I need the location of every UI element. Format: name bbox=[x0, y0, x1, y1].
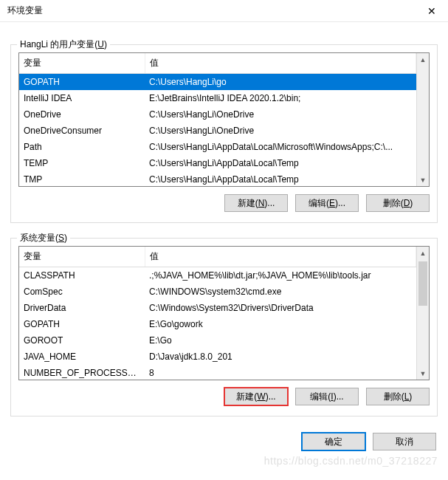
table-row[interactable]: PathC:\Users\HangLi\AppData\Local\Micros… bbox=[19, 139, 416, 155]
table-row[interactable]: TEMPC:\Users\HangLi\AppData\Local\Temp bbox=[19, 155, 416, 171]
cancel-button[interactable]: 取消 bbox=[373, 433, 436, 450]
var-name-cell: JAVA_HOME bbox=[19, 349, 145, 365]
user-vars-label-accel: U bbox=[97, 39, 104, 49]
var-name-cell: TMP bbox=[19, 171, 145, 186]
sys-vars-label-prefix: 系统变量( bbox=[20, 233, 58, 243]
scroll-down-icon[interactable]: ▼ bbox=[417, 367, 429, 380]
user-edit-button[interactable]: 编辑(E)... bbox=[295, 194, 359, 212]
var-value-cell: E:\Go bbox=[145, 332, 416, 349]
table-row[interactable]: OneDriveC:\Users\HangLi\OneDrive bbox=[19, 106, 416, 123]
sys-edit-button[interactable]: 编辑(I)... bbox=[295, 388, 359, 405]
var-name-cell: DriverData bbox=[19, 300, 145, 316]
user-vars-table[interactable]: 变量 值 GOPATHC:\Users\HangLi\goIntelliJ ID… bbox=[19, 53, 416, 186]
scroll-down-icon[interactable]: ▼ bbox=[417, 174, 429, 186]
sys-col-name[interactable]: 变量 bbox=[19, 247, 145, 267]
sys-vars-table[interactable]: 变量 值 CLASSPATH.;%JAVA_HOME%\lib\dt.jar;%… bbox=[19, 247, 416, 380]
table-row[interactable]: NUMBER_OF_PROCESSORS8 bbox=[19, 365, 416, 380]
var-name-cell: GOROOT bbox=[19, 332, 145, 349]
user-vars-label-suffix: ) bbox=[104, 39, 107, 49]
user-col-value[interactable]: 值 bbox=[145, 53, 416, 74]
var-name-cell: NUMBER_OF_PROCESSORS bbox=[19, 365, 145, 380]
ok-button[interactable]: 确定 bbox=[302, 433, 365, 450]
var-value-cell: C:\Users\HangLi\OneDrive bbox=[145, 123, 416, 139]
title-bar: 环境变量 ✕ bbox=[0, 0, 448, 22]
var-value-cell: E:\Go\gowork bbox=[145, 316, 416, 332]
close-button[interactable]: ✕ bbox=[415, 0, 448, 22]
var-value-cell: C:\Users\HangLi\AppData\Local\Temp bbox=[145, 171, 416, 186]
var-value-cell: .;%JAVA_HOME%\lib\dt.jar;%JAVA_HOME%\lib… bbox=[145, 267, 416, 284]
close-icon: ✕ bbox=[427, 5, 436, 17]
var-value-cell: 8 bbox=[145, 365, 416, 380]
user-delete-button[interactable]: 删除(D) bbox=[366, 194, 430, 212]
var-value-cell: C:\Windows\System32\Drivers\DriverData bbox=[145, 300, 416, 316]
table-row[interactable]: TMPC:\Users\HangLi\AppData\Local\Temp bbox=[19, 171, 416, 186]
var-name-cell: GOPATH bbox=[19, 74, 145, 91]
var-value-cell: C:\WINDOWS\system32\cmd.exe bbox=[145, 284, 416, 300]
var-value-cell: E:\JetBrains\IntelliJ IDEA 2020.1.2\bin; bbox=[145, 90, 416, 106]
sys-col-value[interactable]: 值 bbox=[145, 247, 416, 267]
user-vars-group: HangLi 的用户变量(U) 变量 值 GOPATHC:\Users\Hang… bbox=[10, 44, 438, 223]
scroll-up-icon[interactable]: ▲ bbox=[417, 247, 429, 259]
var-name-cell: IntelliJ IDEA bbox=[19, 90, 145, 106]
sys-vars-label-accel: S bbox=[58, 233, 64, 243]
table-row[interactable]: CLASSPATH.;%JAVA_HOME%\lib\dt.jar;%JAVA_… bbox=[19, 267, 416, 284]
dialog-button-row: 确定 取消 bbox=[0, 424, 448, 459]
sys-new-button[interactable]: 新建(W)... bbox=[224, 388, 288, 405]
var-name-cell: GOPATH bbox=[19, 316, 145, 332]
var-name-cell: OneDriveConsumer bbox=[19, 123, 145, 139]
scroll-up-icon[interactable]: ▲ bbox=[417, 53, 429, 66]
sys-vars-group: 系统变量(S) 变量 值 CLASSPATH.;%JAVA_HOME%\lib\… bbox=[10, 238, 438, 416]
sys-vars-scrollbar[interactable]: ▲ ▼ bbox=[416, 247, 429, 380]
user-vars-label-prefix: HangLi 的用户变量( bbox=[20, 39, 97, 49]
user-col-name[interactable]: 变量 bbox=[19, 53, 145, 74]
user-new-button[interactable]: 新建(N)... bbox=[224, 194, 288, 212]
var-name-cell: ComSpec bbox=[19, 284, 145, 300]
window-title: 环境变量 bbox=[7, 4, 43, 17]
sys-vars-button-row: 新建(W)... 编辑(I)... 删除(L) bbox=[18, 388, 430, 405]
user-vars-scrollbar[interactable]: ▲ ▼ bbox=[416, 53, 429, 186]
var-value-cell: C:\Users\HangLi\AppData\Local\Temp bbox=[145, 155, 416, 171]
table-row[interactable]: GOPATHC:\Users\HangLi\go bbox=[19, 74, 416, 91]
sys-delete-button[interactable]: 删除(L) bbox=[366, 388, 430, 405]
sys-vars-label: 系统变量(S) bbox=[17, 232, 70, 244]
var-value-cell: C:\Users\HangLi\go bbox=[145, 74, 416, 91]
sys-vars-table-scroll: 变量 值 CLASSPATH.;%JAVA_HOME%\lib\dt.jar;%… bbox=[19, 247, 416, 380]
var-name-cell: CLASSPATH bbox=[19, 267, 145, 284]
table-row[interactable]: GOROOTE:\Go bbox=[19, 332, 416, 349]
scroll-thumb[interactable] bbox=[418, 261, 427, 306]
user-vars-table-scroll: 变量 值 GOPATHC:\Users\HangLi\goIntelliJ ID… bbox=[19, 53, 416, 186]
var-value-cell: C:\Users\HangLi\OneDrive bbox=[145, 106, 416, 123]
table-row[interactable]: OneDriveConsumerC:\Users\HangLi\OneDrive bbox=[19, 123, 416, 139]
var-name-cell: OneDrive bbox=[19, 106, 145, 123]
table-row[interactable]: DriverDataC:\Windows\System32\Drivers\Dr… bbox=[19, 300, 416, 316]
sys-vars-label-suffix: ) bbox=[64, 233, 67, 243]
table-row[interactable]: ComSpecC:\WINDOWS\system32\cmd.exe bbox=[19, 284, 416, 300]
table-row[interactable]: GOPATHE:\Go\gowork bbox=[19, 316, 416, 332]
table-row[interactable]: JAVA_HOMED:\Java\jdk1.8.0_201 bbox=[19, 349, 416, 365]
user-vars-table-wrap: 变量 值 GOPATHC:\Users\HangLi\goIntelliJ ID… bbox=[18, 52, 430, 187]
user-vars-button-row: 新建(N)... 编辑(E)... 删除(D) bbox=[18, 194, 430, 212]
var-value-cell: D:\Java\jdk1.8.0_201 bbox=[145, 349, 416, 365]
user-vars-label: HangLi 的用户变量(U) bbox=[17, 38, 110, 51]
sys-vars-table-wrap: 变量 值 CLASSPATH.;%JAVA_HOME%\lib\dt.jar;%… bbox=[18, 246, 430, 380]
var-value-cell: C:\Users\HangLi\AppData\Local\Microsoft\… bbox=[145, 139, 416, 155]
table-row[interactable]: IntelliJ IDEAE:\JetBrains\IntelliJ IDEA … bbox=[19, 90, 416, 106]
var-name-cell: Path bbox=[19, 139, 145, 155]
var-name-cell: TEMP bbox=[19, 155, 145, 171]
dialog-body: HangLi 的用户变量(U) 变量 值 GOPATHC:\Users\Hang… bbox=[0, 22, 448, 424]
